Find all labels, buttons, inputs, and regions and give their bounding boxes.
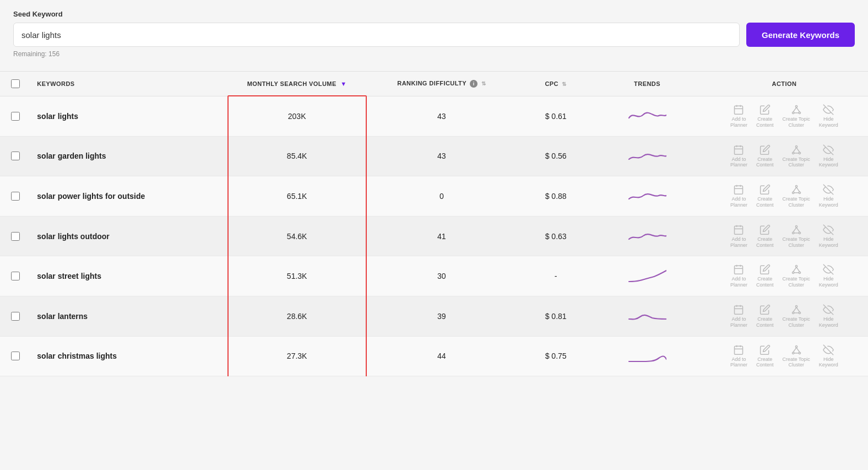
action-cell: Add toPlanner CreateContent Create Topic… <box>701 296 868 336</box>
cpc-cell: $ 0.63 <box>518 216 594 256</box>
action-group: Add toPlanner CreateContent Create Topic… <box>707 344 861 369</box>
keywords-table: KEYWORDS MONTHLY SEARCH VOLUME ▼ RANKING… <box>0 72 868 376</box>
svg-point-61 <box>799 312 800 314</box>
table-row: solar street lights51.3K30- Add toPlanne… <box>0 256 868 296</box>
col-header-cpc[interactable]: CPC ⇅ <box>518 72 594 96</box>
create-content-button[interactable]: CreateContent <box>756 224 774 248</box>
create-content-button[interactable]: CreateContent <box>756 184 774 208</box>
create-content-button[interactable]: CreateContent <box>756 104 774 128</box>
hide-keyword-button[interactable]: HideKeyword <box>819 304 838 328</box>
edit-icon <box>760 344 771 355</box>
rd-sort-icon: ⇅ <box>481 80 486 87</box>
create-content-button[interactable]: CreateContent <box>756 344 774 369</box>
seed-label: Seed Keyword <box>13 10 855 18</box>
create-topic-cluster-button[interactable]: Create TopicCluster <box>782 104 810 128</box>
svg-line-8 <box>796 107 800 112</box>
add-to-planner-button[interactable]: Add toPlanner <box>730 344 747 369</box>
trend-sparkline <box>628 307 666 323</box>
trend-cell <box>594 96 701 137</box>
add-to-planner-button[interactable]: Add toPlanner <box>730 304 747 328</box>
row-checkbox[interactable] <box>11 312 20 321</box>
action-group: Add toPlanner CreateContent Create Topic… <box>707 104 861 128</box>
hide-keyword-button[interactable]: HideKeyword <box>819 104 838 128</box>
action-group: Add toPlanner CreateContent Create Topic… <box>707 184 861 208</box>
cluster-icon <box>791 344 802 355</box>
rd-cell: 43 <box>366 96 518 137</box>
keyword-cell: solar lights <box>30 96 228 137</box>
create-content-button[interactable]: CreateContent <box>756 304 774 328</box>
svg-line-74 <box>796 347 800 352</box>
msv-cell: 28.6K <box>229 296 366 336</box>
hide-icon <box>823 104 834 115</box>
generate-keywords-button[interactable]: Generate Keywords <box>746 23 855 47</box>
add-to-planner-button[interactable]: Add toPlanner <box>730 264 747 288</box>
seed-keyword-section: Seed Keyword Generate Keywords Remaining… <box>0 0 868 67</box>
hide-keyword-button[interactable]: HideKeyword <box>819 264 838 288</box>
add-to-planner-label: Add toPlanner <box>730 316 747 328</box>
col-header-msv[interactable]: MONTHLY SEARCH VOLUME ▼ <box>229 72 366 96</box>
create-content-button[interactable]: CreateContent <box>756 264 774 288</box>
add-to-planner-label: Add toPlanner <box>730 236 747 248</box>
svg-rect-0 <box>735 106 743 114</box>
cluster-icon <box>791 264 802 275</box>
svg-point-26 <box>795 186 797 187</box>
add-to-planner-button[interactable]: Add toPlanner <box>730 144 747 169</box>
create-topic-cluster-label: Create TopicCluster <box>782 316 810 328</box>
create-topic-cluster-button[interactable]: Create TopicCluster <box>782 184 810 208</box>
calendar-icon <box>733 184 744 195</box>
svg-rect-11 <box>735 146 743 154</box>
keyword-cell: solar street lights <box>30 256 228 296</box>
remaining-count: Remaining: 156 <box>13 50 855 58</box>
svg-line-7 <box>793 107 796 112</box>
hide-keyword-button[interactable]: HideKeyword <box>819 224 838 248</box>
table-row: solar garden lights85.4K43$ 0.56 Add toP… <box>0 136 868 176</box>
action-cell: Add toPlanner CreateContent Create Topic… <box>701 336 868 376</box>
svg-point-27 <box>792 192 794 193</box>
svg-point-38 <box>792 232 794 234</box>
create-topic-cluster-button[interactable]: Create TopicCluster <box>782 264 810 288</box>
keyword-cell: solar power lights for outside <box>30 176 228 217</box>
hide-keyword-button[interactable]: HideKeyword <box>819 344 838 369</box>
row-checkbox[interactable] <box>11 272 20 280</box>
cpc-cell: $ 0.88 <box>518 176 594 217</box>
cpc-cell: $ 0.81 <box>518 296 594 336</box>
svg-point-6 <box>799 112 800 114</box>
edit-icon <box>760 104 771 115</box>
calendar-icon <box>733 344 744 355</box>
row-checkbox[interactable] <box>11 192 20 201</box>
action-cell: Add toPlanner CreateContent Create Topic… <box>701 216 868 256</box>
create-topic-cluster-button[interactable]: Create TopicCluster <box>782 344 810 369</box>
add-to-planner-button[interactable]: Add toPlanner <box>730 104 747 128</box>
hide-keyword-button[interactable]: HideKeyword <box>819 184 838 208</box>
svg-rect-33 <box>735 226 743 234</box>
keyword-cell: solar lights outdoor <box>30 216 228 256</box>
create-topic-cluster-button[interactable]: Create TopicCluster <box>782 304 810 328</box>
row-checkbox[interactable] <box>11 352 20 360</box>
trend-sparkline <box>628 267 666 284</box>
hide-icon <box>823 304 834 315</box>
add-to-planner-button[interactable]: Add toPlanner <box>730 224 747 248</box>
create-topic-cluster-button[interactable]: Create TopicCluster <box>782 224 810 248</box>
seed-input[interactable] <box>13 23 740 47</box>
create-topic-cluster-label: Create TopicCluster <box>782 356 810 369</box>
row-checkbox[interactable] <box>11 112 20 121</box>
action-group: Add toPlanner CreateContent Create Topic… <box>707 264 861 288</box>
add-to-planner-button[interactable]: Add toPlanner <box>730 184 747 208</box>
cluster-icon <box>791 304 802 315</box>
trend-cell <box>594 216 701 256</box>
svg-point-71 <box>792 352 794 354</box>
msv-cell: 85.4K <box>229 136 366 176</box>
row-checkbox[interactable] <box>11 232 20 241</box>
add-to-planner-label: Add toPlanner <box>730 156 747 169</box>
select-all-checkbox[interactable] <box>11 79 20 88</box>
table-row: solar lights outdoor54.6K41$ 0.63 Add to… <box>0 216 868 256</box>
create-content-button[interactable]: CreateContent <box>756 144 774 169</box>
cluster-icon <box>791 144 802 155</box>
row-checkbox[interactable] <box>11 152 20 160</box>
create-topic-cluster-button[interactable]: Create TopicCluster <box>782 144 810 169</box>
hide-keyword-button[interactable]: HideKeyword <box>819 144 838 169</box>
msv-cell: 27.3K <box>229 336 366 376</box>
col-header-rd[interactable]: RANKING DIFFICULTY i ⇅ <box>366 72 518 96</box>
create-content-label: CreateContent <box>756 276 774 288</box>
calendar-icon <box>733 264 744 275</box>
